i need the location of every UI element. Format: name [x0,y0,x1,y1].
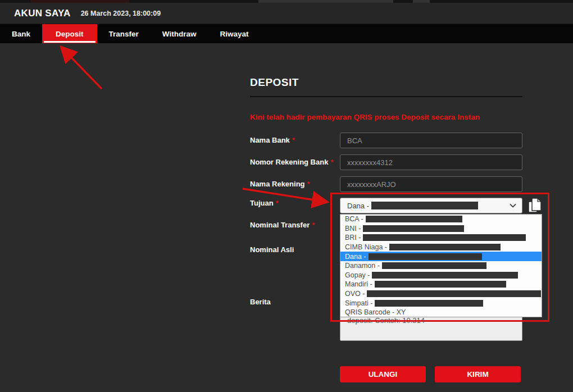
label-nomor-rekening-bank: Nomor Rekening Bank* [250,158,333,166]
required-marker: * [307,180,310,188]
option-label: OVO - [345,290,365,298]
label-berita: Berita [250,298,271,306]
option-label: Simpati - [345,299,372,307]
option-label: Gopay - [345,271,370,279]
dropdown-option[interactable]: BNI - [340,224,542,234]
option-label: Danamon - [345,262,380,270]
page-title: AKUN SAYA [14,8,71,19]
qris-notice: Kini telah hadir pembayaran QRIS proses … [250,113,542,121]
dropdown-option[interactable]: OVO -3 [340,289,542,299]
option-label: Mandiri - [345,280,372,288]
required-marker: * [292,136,295,144]
tujuan-dropdown-list: BCA -BNI -BRI -CIMB Niaga -Dana -Danamon… [340,214,542,317]
kirim-button[interactable]: KIRIM [435,366,521,382]
option-label: BNI - [345,225,361,233]
nama-bank-input[interactable]: BCA [340,133,522,148]
dropdown-option[interactable]: Danamon - [340,261,542,271]
label-nama-bank: Nama Bank* [250,136,295,144]
tab-bank[interactable]: Bank [0,24,42,43]
redaction-bar [382,262,486,269]
required-marker: * [312,221,315,229]
label-tujuan: Tujuan* [250,199,279,207]
nomor-rekening-input[interactable]: xxxxxxxx4312 [340,154,522,170]
copy-icon[interactable] [526,197,543,215]
chevron-down-icon [510,203,516,208]
dropdown-option[interactable]: QRIS Barcode - XY [340,308,542,317]
tujuan-select[interactable]: Dana - [340,198,522,213]
dropdown-option[interactable]: BCA - [340,215,542,224]
berita-visible-text: deposit. Contoh: 10.314 [347,316,425,325]
dropdown-option[interactable]: BRI - [340,233,542,243]
main-nav: BankDepositTransferWithdrawRiwayat [0,24,573,43]
dropdown-option[interactable]: Simpati - [340,298,542,308]
option-label: BRI - [345,234,361,241]
option-label: QRIS Barcode - XY [345,308,406,316]
redaction-bar [369,253,482,260]
dropdown-option[interactable]: CIMB Niaga - [340,243,542,252]
redaction-bar [375,300,483,307]
tab-riwayat[interactable]: Riwayat [208,24,260,43]
redaction-bar [372,272,518,279]
redaction-bar [375,281,506,288]
tab-label: Deposit [56,30,84,38]
dropdown-option[interactable]: Gopay - [340,271,542,280]
tab-label: Bank [12,30,30,38]
tab-label: Transfer [109,30,139,38]
tab-deposit[interactable]: Deposit [42,24,97,43]
ulangi-button[interactable]: ULANGI [340,366,426,382]
redaction-bar [389,244,501,250]
option-label: CIMB Niaga - [345,243,387,251]
option-label: BCA - [345,215,363,223]
required-marker: * [330,158,333,166]
redaction-bar [371,202,478,209]
redaction-bar [367,290,541,297]
tab-label: Withdraw [162,30,197,38]
dropdown-option[interactable]: Mandiri - [340,280,542,289]
form-title: DEPOSIT [250,76,299,89]
redaction-bar [366,216,462,222]
redaction-bar [363,234,526,241]
label-nama-rekening: Nama Rekening* [250,180,310,188]
dropdown-option[interactable]: Dana - [340,252,542,261]
deposit-page: AKUN SAYA 26 March 2023, 18:00:09 BankDe… [0,0,573,392]
tab-label: Riwayat [220,30,248,38]
option-label: Dana - [345,253,366,261]
tab-transfer[interactable]: Transfer [97,24,151,43]
active-tab-underline [44,41,96,43]
label-nominal-asli: Nominal Asli [250,245,294,254]
arrow-to-deposit-tab [63,49,102,89]
redaction-bar [363,225,464,232]
tujuan-selected-value: Dana - [347,202,369,210]
datetime-display: 26 March 2023, 18:00:09 [81,10,161,17]
tab-withdraw[interactable]: Withdraw [151,24,208,43]
nama-rekening-input[interactable]: xxxxxxxxARJO [340,176,522,192]
label-nominal-transfer: Nominal Transfer* [250,221,315,229]
required-marker: * [276,199,279,207]
title-divider [250,96,522,97]
header-bar: AKUN SAYA 26 March 2023, 18:00:09 [0,3,573,24]
